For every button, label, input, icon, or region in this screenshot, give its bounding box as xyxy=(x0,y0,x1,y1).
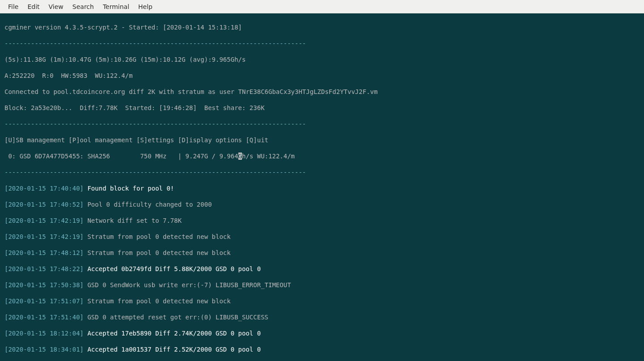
log-line: [2020-01-15 17:48:12] Stratum from pool … xyxy=(4,249,640,257)
log-message: Stratum from pool 0 detected new block xyxy=(87,249,230,256)
log-timestamp: [2020-01-15 17:51:40] xyxy=(4,314,87,321)
log-timestamp: [2020-01-15 17:51:07] xyxy=(4,297,87,305)
log-message: GSD 0 SendWork usb write err:(-7) LIBUSB… xyxy=(87,281,291,289)
log-timestamp: [2020-01-15 17:42:19] xyxy=(4,233,87,240)
log-message: GSD 0 attempted reset got err:(0) LIBUSB… xyxy=(87,314,268,321)
menu-file[interactable]: File xyxy=(4,1,23,13)
log-timestamp: [2020-01-15 17:40:52] xyxy=(4,201,87,208)
log-line: [2020-01-15 18:34:01] Accepted 1a001537 … xyxy=(4,345,640,353)
log-timestamp: [2020-01-15 17:42:19] xyxy=(4,217,87,224)
log-message: Stratum from pool 0 detected new block xyxy=(87,233,230,240)
menu-edit[interactable]: Edit xyxy=(23,1,44,13)
log-timestamp: [2020-01-15 17:48:12] xyxy=(4,249,87,256)
log-line: [2020-01-15 17:51:40] GSD 0 attempted re… xyxy=(4,313,640,321)
log-message: Accepted 17eb5890 Diff 2.74K/2000 GSD 0 … xyxy=(87,330,261,337)
log-timestamp: [2020-01-15 17:48:22] xyxy=(4,265,87,272)
stats-hashrate: (5s):11.38G (1m):10.47G (5m):10.26G (15m… xyxy=(4,55,640,64)
log-line: [2020-01-15 17:40:52] Pool 0 difficulty … xyxy=(4,200,640,208)
log-message: Pool 0 difficulty changed to 2000 xyxy=(87,201,212,208)
log-timestamp: [2020-01-15 18:12:04] xyxy=(4,330,87,337)
device-line: 0: GSD 6D7A477D5455: SHA256 750 MHz | 9.… xyxy=(4,152,640,160)
log-output: [2020-01-15 17:40:40] Found block for po… xyxy=(4,184,640,361)
text-cursor: G xyxy=(238,153,242,160)
log-timestamp: [2020-01-15 18:34:01] xyxy=(4,346,87,353)
menu-hint: [U]SB management [P]ool management [S]et… xyxy=(4,136,640,144)
device-pre: 0: GSD 6D7A477D5455: SHA256 750 MHz | 9.… xyxy=(4,153,238,160)
terminal-output[interactable]: cgminer version 4.3.5-scrypt.2 - Started… xyxy=(0,13,644,361)
menubar[interactable]: File Edit View Search Terminal Help xyxy=(0,0,644,13)
stats-pool: Connected to pool.tdcoincore.org diff 2K… xyxy=(4,88,640,96)
log-line: [2020-01-15 18:12:04] Accepted 17eb5890 … xyxy=(4,329,640,337)
log-timestamp: [2020-01-15 17:40:40] xyxy=(4,185,87,192)
stats-block: Block: 2a53e20b... Diff:7.78K Started: [… xyxy=(4,104,640,112)
menu-terminal[interactable]: Terminal xyxy=(98,1,134,13)
log-line: [2020-01-15 17:42:19] Stratum from pool … xyxy=(4,233,640,241)
log-message: Stratum from pool 0 detected new block xyxy=(87,297,230,305)
log-line: [2020-01-15 17:51:07] Stratum from pool … xyxy=(4,297,640,305)
log-message: Accepted 0b2749fd Diff 5.88K/2000 GSD 0 … xyxy=(87,265,261,272)
log-timestamp: [2020-01-15 17:50:38] xyxy=(4,281,87,289)
separator: ----------------------------------------… xyxy=(4,39,640,47)
device-post: h/s WU:122.4/m xyxy=(242,153,295,160)
log-line: [2020-01-15 17:42:19] Network diff set t… xyxy=(4,217,640,225)
log-line: [2020-01-15 17:50:38] GSD 0 SendWork usb… xyxy=(4,281,640,289)
log-line: [2020-01-15 17:48:22] Accepted 0b2749fd … xyxy=(4,265,640,273)
menu-help[interactable]: Help xyxy=(134,1,157,13)
separator: ----------------------------------------… xyxy=(4,168,640,176)
log-message: Network diff set to 7.78K xyxy=(87,217,182,224)
log-message: Found block for pool 0! xyxy=(87,185,174,192)
log-line: [2020-01-15 17:40:40] Found block for po… xyxy=(4,184,640,192)
log-message: Accepted 1a001537 Diff 2.52K/2000 GSD 0 … xyxy=(87,346,261,353)
menu-view[interactable]: View xyxy=(44,1,68,13)
stats-shares: A:252220 R:0 HW:5983 WU:122.4/m xyxy=(4,72,640,80)
header-line: cgminer version 4.3.5-scrypt.2 - Started… xyxy=(4,23,640,31)
menu-search[interactable]: Search xyxy=(68,1,98,13)
separator: ----------------------------------------… xyxy=(4,120,640,128)
